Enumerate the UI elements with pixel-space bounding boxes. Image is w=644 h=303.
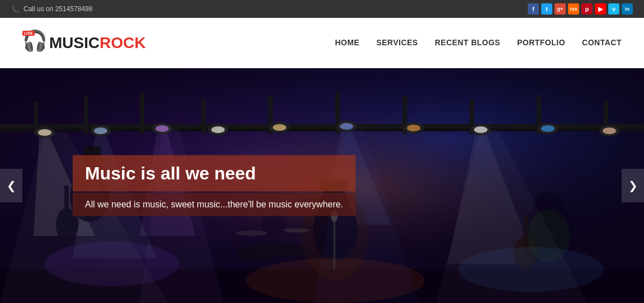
- hero-slider: ❮ ❯ Music is all we need All we need is …: [0, 68, 644, 303]
- slide-subtitle-box: All we need is music, sweet music...ther…: [73, 193, 356, 216]
- pinterest-icon[interactable]: p: [581, 3, 593, 15]
- twitter-icon[interactable]: t: [541, 3, 552, 15]
- vimeo-icon[interactable]: v: [608, 3, 619, 15]
- nav-services[interactable]: SERVICES: [376, 36, 418, 50]
- next-slide-button[interactable]: ❯: [622, 169, 644, 202]
- phone-area: 📞 Call us on 2514578498: [11, 5, 92, 13]
- top-bar: 📞 Call us on 2514578498 f t g+ rss p ▶ v…: [0, 0, 644, 18]
- slide-content: Music is all we need All we need is musi…: [73, 155, 356, 216]
- prev-slide-button[interactable]: ❮: [0, 169, 22, 202]
- rss-icon[interactable]: rss: [568, 3, 579, 15]
- google-plus-icon[interactable]: g+: [555, 3, 566, 15]
- phone-icon: 📞: [11, 5, 20, 13]
- slide-title: Music is all we need: [85, 163, 343, 184]
- phone-label: Call us on 2514578498: [23, 5, 92, 13]
- logo-rock: ROCK: [100, 34, 145, 51]
- social-icons-group: f t g+ rss p ▶ v in: [528, 3, 633, 15]
- linkedin-icon[interactable]: in: [622, 3, 633, 15]
- youtube-icon[interactable]: ▶: [595, 3, 606, 15]
- navigation: HOME SERVICES RECENT BLOGS PORTFOLIO CON…: [335, 36, 622, 50]
- nav-home[interactable]: HOME: [335, 36, 359, 50]
- logo: 🎧 LIVE MUSICROCK: [22, 31, 146, 55]
- live-badge: LIVE: [22, 31, 35, 36]
- nav-recent-blogs[interactable]: RECENT BLOGS: [435, 36, 500, 50]
- slide-subtitle: All we need is music, sweet music...ther…: [85, 200, 343, 210]
- nav-portfolio[interactable]: PORTFOLIO: [517, 36, 565, 50]
- logo-icon: 🎧 LIVE: [22, 31, 47, 55]
- logo-music: MUSIC: [49, 34, 100, 51]
- header: 🎧 LIVE MUSICROCK HOME SERVICES RECENT BL…: [0, 18, 644, 68]
- facebook-icon[interactable]: f: [528, 3, 539, 15]
- logo-text: MUSICROCK: [49, 34, 146, 52]
- nav-contact[interactable]: CONTACT: [582, 36, 622, 50]
- slide-title-box: Music is all we need: [73, 155, 356, 192]
